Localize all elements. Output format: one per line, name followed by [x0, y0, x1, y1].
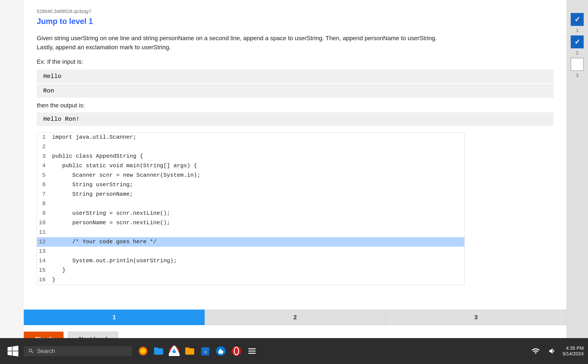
description-main: Given string userString on one line and … — [37, 35, 437, 51]
input-line1: Hello — [37, 70, 553, 83]
line-number-8: 8 — [37, 199, 50, 207]
calendar-icon: 15 — [200, 346, 211, 357]
taskbar-search[interactable]: Search — [24, 346, 132, 356]
code-line-8[interactable]: 8 — [37, 199, 464, 209]
line-code-9: userString = scnr.nextLine(); — [50, 209, 170, 216]
line-code-13 — [50, 247, 52, 248]
code-line-5[interactable]: 5 Scanner scnr = new Scanner(System.in); — [37, 171, 464, 180]
tab-1[interactable]: 1 — [24, 310, 205, 325]
output-block: Hello Ron! — [37, 112, 553, 126]
file-id: 528040.3489528.qx3zqy7 — [37, 9, 553, 14]
tab-1-label: 1 — [113, 314, 116, 321]
network-icon[interactable] — [529, 344, 543, 358]
wifi-icon — [531, 347, 540, 355]
line-number-10: 10 — [37, 218, 50, 226]
taskbar-right: 4:35 PM 5/14/2024 — [529, 344, 584, 358]
calendar-taskbar-icon[interactable]: 15 — [198, 344, 212, 358]
svg-text:15: 15 — [203, 350, 207, 354]
tab-3[interactable]: 3 — [385, 310, 566, 325]
line-code-14: System.out.println(userString); — [50, 256, 177, 264]
firefox-taskbar-icon[interactable] — [136, 344, 150, 358]
windows-icon — [7, 346, 18, 357]
line-number-14: 14 — [37, 256, 50, 264]
progress-num-3: 3 — [576, 73, 579, 78]
opera-icon — [231, 346, 242, 357]
right-sidebar: ✓ 1 ✓ 2 3 — [566, 0, 588, 338]
progress-num-2: 2 — [576, 50, 579, 56]
input-line2: Ron — [37, 84, 553, 98]
folder-taskbar-icon[interactable] — [183, 344, 197, 358]
code-line-7[interactable]: 7 String personName; — [37, 190, 464, 199]
progress-item-2[interactable]: ✓ — [571, 35, 584, 48]
line-number-12: 12 — [37, 237, 50, 245]
code-line-16[interactable]: 16} — [37, 275, 464, 285]
code-line-11[interactable]: 11 — [37, 228, 464, 237]
edge-taskbar-icon[interactable] — [214, 344, 228, 358]
line-number-3: 3 — [37, 152, 50, 159]
jump-to-level-heading: Jump to level 1 — [37, 17, 553, 26]
line-code-5: Scanner scnr = new Scanner(System.in); — [50, 171, 201, 178]
fox-icon — [138, 346, 149, 357]
line-code-12: /* Your code goes here */ — [50, 237, 157, 245]
line-code-11 — [50, 228, 52, 229]
folder-icon — [153, 346, 164, 357]
line-code-7: String personName; — [50, 190, 133, 197]
line-code-4: public static void main(String[] args) { — [50, 161, 197, 169]
code-line-2[interactable]: 2 — [37, 142, 464, 152]
grid-icon — [247, 346, 257, 357]
progress-item-1[interactable]: ✓ — [571, 13, 584, 26]
code-line-10[interactable]: 10 personName = scnr.nextLine(); — [37, 218, 464, 228]
time-display: 4:35 PM — [562, 345, 584, 351]
chrome-taskbar-icon[interactable] — [167, 344, 181, 358]
windows-start-button[interactable] — [4, 342, 22, 360]
date-display: 5/14/2024 — [562, 351, 584, 357]
taskbar-app-icons: 15 — [134, 344, 527, 358]
code-line-1[interactable]: 1import java.util.Scanner; — [37, 133, 464, 142]
content-panel: 528040.3489528.qx3zqy7 Jump to level 1 G… — [24, 0, 566, 338]
line-code-15: } — [50, 266, 65, 273]
tab-2[interactable]: 2 — [205, 310, 385, 325]
line-number-16: 16 — [37, 275, 50, 283]
taskbar: Search — [0, 338, 588, 364]
taskbar-search-icon — [28, 348, 34, 354]
file-manager-taskbar-icon[interactable] — [152, 344, 165, 358]
code-line-6[interactable]: 6 String userString; — [37, 180, 464, 190]
code-line-9[interactable]: 9 userString = scnr.nextLine(); — [37, 209, 464, 218]
opera-taskbar-icon[interactable] — [229, 344, 243, 358]
line-code-6: String userString; — [50, 180, 133, 188]
line-code-10: personName = scnr.nextLine(); — [50, 218, 170, 226]
code-editor[interactable]: 1import java.util.Scanner;23public class… — [37, 132, 465, 285]
line-number-4: 4 — [37, 161, 50, 169]
line-number-1: 1 — [37, 133, 50, 140]
line-number-9: 9 — [37, 209, 50, 216]
chrome-icon — [169, 346, 180, 357]
code-line-12[interactable]: 12 /* Your code goes here */ — [37, 237, 464, 247]
code-line-4[interactable]: 4 public static void main(String[] args)… — [37, 161, 464, 171]
line-code-16: } — [50, 275, 56, 283]
line-number-7: 7 — [37, 190, 50, 197]
volume-icon[interactable] — [546, 344, 560, 358]
line-number-15: 15 — [37, 266, 50, 273]
grid-taskbar-icon[interactable] — [245, 344, 259, 358]
progress-item-3[interactable] — [571, 58, 584, 71]
folder-yellow-icon — [184, 346, 195, 357]
main-content: 528040.3489528.qx3zqy7 Jump to level 1 G… — [0, 0, 566, 338]
description-text: Given string userString on one line and … — [37, 34, 447, 52]
bottom-tabs: 1 2 3 — [24, 310, 566, 325]
code-line-3[interactable]: 3public class AppendString { — [37, 152, 464, 161]
line-number-11: 11 — [37, 228, 50, 235]
code-line-13[interactable]: 13 — [37, 247, 464, 256]
line-number-13: 13 — [37, 247, 50, 254]
line-code-1: import java.util.Scanner; — [50, 133, 136, 140]
progress-num-1: 1 — [576, 28, 579, 33]
ex-label: Ex: If the input is: — [37, 58, 553, 65]
tab-2-label: 2 — [294, 314, 297, 321]
line-number-6: 6 — [37, 180, 50, 188]
then-output-label: then the output is: — [37, 102, 553, 109]
taskbar-search-text: Search — [37, 348, 55, 355]
edge-icon — [216, 346, 226, 357]
line-code-3: public class AppendString { — [50, 152, 143, 159]
code-line-14[interactable]: 14 System.out.println(userString); — [37, 256, 464, 266]
code-line-15[interactable]: 15 } — [37, 266, 464, 275]
line-number-5: 5 — [37, 171, 50, 178]
